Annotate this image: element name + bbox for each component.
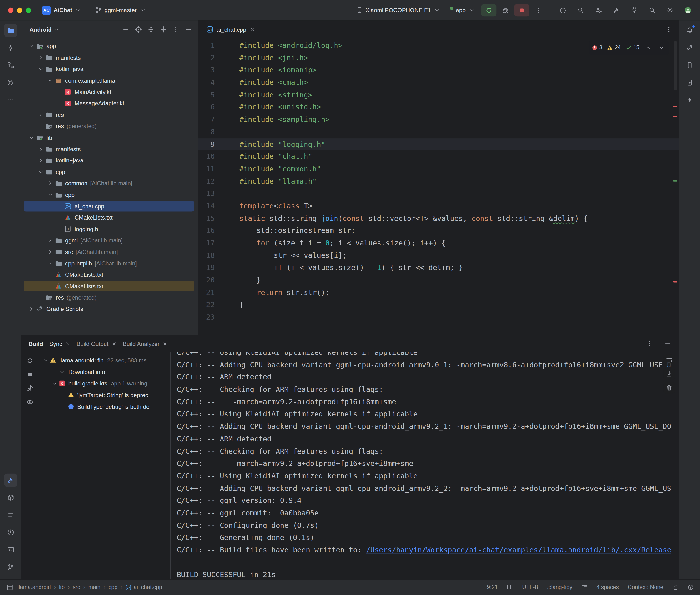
debug-button[interactable]: [499, 4, 512, 16]
project-tree-item-res[interactable]: res(generated): [22, 292, 198, 303]
line-number[interactable]: 23: [198, 311, 239, 323]
project-tree-item-mainactivity-kt[interactable]: KMainActivity.kt: [22, 86, 198, 97]
stripe-mark-error[interactable]: [673, 106, 677, 107]
code-line-18[interactable]: 18 str << values[i];: [198, 249, 678, 262]
filter-output-button[interactable]: [24, 396, 36, 408]
run-options-button[interactable]: [532, 4, 544, 16]
build-tree-item-llama-android-fin[interactable]: llama.android: fin22 sec, 583 ms: [38, 354, 170, 366]
code-line-19[interactable]: 19 if (i < values.size() - 1) { str << d…: [198, 262, 678, 274]
device-selector[interactable]: Xiaomi POCOPHONE F1: [353, 3, 444, 17]
project-tree-item-common[interactable]: common[AiChat.lib.main]: [22, 178, 198, 189]
line-number[interactable]: 5: [198, 89, 239, 101]
project-tree-item-com-example-llama[interactable]: com.example.llama: [22, 75, 198, 86]
project-tree-item-gradle-scripts[interactable]: Gradle Scripts: [22, 303, 198, 315]
project-tree-item-cmakelists-txt[interactable]: CMakeLists.txt: [22, 281, 198, 292]
editor-options-button[interactable]: [663, 23, 675, 35]
code-line-4[interactable]: 4#include <cmath>: [198, 77, 678, 89]
structure-button[interactable]: [4, 59, 17, 72]
running-devices-button[interactable]: [683, 76, 696, 89]
project-button[interactable]: [4, 24, 17, 37]
plugins-button[interactable]: [627, 3, 641, 17]
status-inspections-status[interactable]: [688, 584, 694, 591]
build-window-title[interactable]: Build: [29, 340, 43, 347]
line-number[interactable]: 22: [198, 299, 239, 311]
line-number[interactable]: 10: [198, 150, 239, 163]
scrollbar-thumb[interactable]: [674, 41, 677, 90]
chevron-right-icon[interactable]: [28, 306, 35, 313]
code-line-21[interactable]: 21 return str.str();: [198, 286, 678, 299]
user-avatar-button[interactable]: [681, 3, 695, 17]
line-number[interactable]: 13: [198, 188, 239, 200]
notifications-button[interactable]: [683, 24, 696, 37]
line-number[interactable]: 19: [198, 262, 239, 274]
chevron-down-icon[interactable]: [37, 66, 45, 73]
add-button[interactable]: [119, 24, 132, 35]
chevron-right-icon[interactable]: [47, 180, 54, 187]
stripe-mark-ok[interactable]: [673, 180, 677, 182]
code-line-5[interactable]: 5#include <string>: [198, 89, 678, 101]
zoom-window-button[interactable]: [26, 7, 31, 12]
run-config-selector[interactable]: app: [447, 3, 478, 17]
status-code-style[interactable]: [581, 584, 588, 591]
project-tree-item-kotlin-java[interactable]: kotlin+java: [22, 63, 198, 75]
display-options-button[interactable]: [592, 3, 605, 17]
gradle-button[interactable]: [683, 41, 696, 54]
breadcrumb-cpp[interactable]: cpp: [108, 584, 117, 591]
build-tab-build-output[interactable]: Build Output: [77, 340, 116, 347]
locate-file-button[interactable]: [132, 24, 144, 35]
project-tree-item-ai-chat-cpp[interactable]: C+ai_chat.cpp: [22, 200, 198, 212]
ai-assistant-button[interactable]: [683, 93, 696, 107]
project-tree-item-res[interactable]: res: [22, 109, 198, 120]
close-tab-icon[interactable]: [163, 341, 168, 346]
chevron-down-icon[interactable]: [51, 380, 58, 387]
code-line-13[interactable]: 13: [198, 188, 678, 200]
status-caret-position[interactable]: 9:21: [487, 584, 498, 591]
code-line-16[interactable]: 16 std::ostringstream str;: [198, 225, 678, 237]
line-number[interactable]: 11: [198, 163, 239, 175]
clear-all-button[interactable]: [663, 382, 675, 394]
project-tree-item-logging-h[interactable]: Hlogging.h: [22, 223, 198, 235]
close-tab-icon[interactable]: [65, 341, 70, 346]
pull-requests-button[interactable]: [4, 76, 17, 89]
project-tree-item-cpp[interactable]: cpp: [22, 166, 198, 178]
chevron-down-icon[interactable]: [28, 43, 35, 50]
status-indent-setting[interactable]: 4 spaces: [596, 584, 619, 591]
soft-wrap-button[interactable]: [663, 354, 675, 366]
code-line-10[interactable]: 10#include "chat.h": [198, 150, 678, 163]
code-line-17[interactable]: 17 for (size_t i = 0; i < values.size();…: [198, 237, 678, 249]
code-line-8[interactable]: 8: [198, 126, 678, 138]
code-line-9[interactable]: 9#include "logging.h": [198, 138, 678, 150]
close-tab-icon[interactable]: [249, 27, 255, 32]
line-number[interactable]: 15: [198, 212, 239, 225]
project-selector[interactable]: AC AiChat: [38, 3, 85, 17]
collapse-all-button[interactable]: [157, 24, 169, 35]
terminal-button[interactable]: [4, 543, 17, 557]
close-tab-icon[interactable]: [112, 341, 117, 346]
minimize-window-button[interactable]: [17, 7, 22, 12]
code-line-6[interactable]: 6#include <unistd.h>: [198, 101, 678, 113]
build-tab-sync[interactable]: Sync: [49, 340, 70, 347]
rerun-build-button[interactable]: [24, 354, 36, 367]
warnings-count[interactable]: 24: [607, 41, 621, 54]
build-button[interactable]: [4, 474, 17, 487]
chevron-down-icon[interactable]: [28, 134, 35, 141]
build-options-button[interactable]: [643, 337, 655, 350]
line-number[interactable]: 6: [198, 101, 239, 113]
app-inspection-button[interactable]: [574, 3, 587, 17]
editor-tab-ai-chat-cpp[interactable]: C+ ai_chat.cpp: [202, 21, 259, 38]
build-tree-item-build-gradle-kts[interactable]: Kbuild.gradle.ktsapp 1 warning: [38, 378, 170, 389]
problems-button[interactable]: [4, 526, 17, 539]
editor-scrollbar[interactable]: [672, 38, 678, 335]
status-clang-tidy[interactable]: .clang-tidy: [547, 584, 572, 591]
code-line-14[interactable]: 14template<class T>: [198, 200, 678, 213]
project-tree-item-src[interactable]: src[AiChat.lib.main]: [22, 246, 198, 258]
stop-build-button[interactable]: [24, 368, 36, 380]
device-explorer-button[interactable]: [4, 491, 17, 504]
chevron-down-icon[interactable]: [47, 77, 54, 84]
project-view-selector[interactable]: Android: [30, 26, 59, 33]
chevron-right-icon[interactable]: [47, 260, 54, 267]
build-menu-button[interactable]: [610, 3, 623, 17]
rerun-app-button[interactable]: [481, 4, 497, 16]
line-number[interactable]: 4: [198, 77, 239, 89]
profiler-button[interactable]: [556, 3, 569, 17]
